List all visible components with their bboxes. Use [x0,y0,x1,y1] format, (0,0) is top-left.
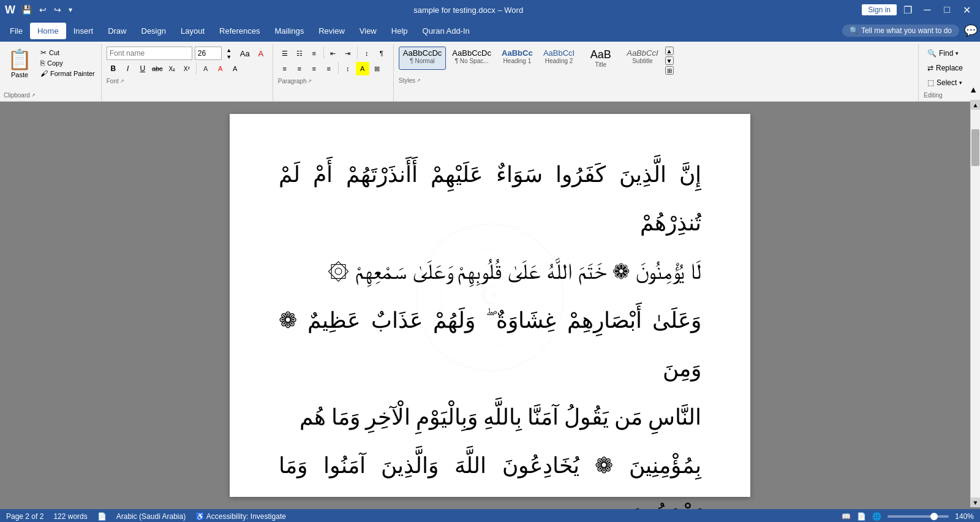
word-count: 122 words [53,512,87,521]
change-case-button[interactable]: Aa [238,47,252,60]
vertical-scrollbar[interactable]: ▲ ▼ [970,100,980,507]
zoom-thumb[interactable] [930,513,938,520]
align-center-button[interactable]: ≡ [293,62,306,75]
shading-button[interactable]: A [356,62,369,75]
quick-access-dropdown[interactable]: ▾ [66,4,75,15]
style-subtitle[interactable]: AaBbCcI Subtitle [622,47,662,70]
style-heading1[interactable]: AaBbCc Heading 1 [497,47,537,70]
decrease-indent-button[interactable]: ⇤ [326,47,340,60]
font-name-input[interactable] [107,47,192,60]
menu-insert[interactable]: Insert [66,23,101,39]
scroll-down-button[interactable]: ▼ [971,497,981,507]
paragraph-expand-icon[interactable]: ↗ [307,78,312,84]
line-spacing-button[interactable]: ↕ [341,62,355,75]
increase-indent-button[interactable]: ⇥ [341,47,355,60]
styles-gallery-expand-button[interactable]: ⊞ [665,66,674,75]
document-area: ☪ إِنَّ الَّذِينَ كَفَرُوا سَوَاءٌ عَلَي… [0,102,980,509]
font-group: 26 ▲ ▼ Aa A B I U abc X₂ X² A A A [102,44,273,101]
multilevel-list-button[interactable]: ≡ [307,47,321,60]
menu-file[interactable]: File [2,23,30,39]
menu-right-area: 🔍 Tell me what you want to do 💬 [842,24,978,37]
style-title[interactable]: AaB Title [581,47,620,70]
cut-button[interactable]: ✂ Cut [38,48,97,58]
zoom-slider[interactable] [888,515,949,518]
find-button[interactable]: 🔍 Find ▾ [924,47,975,60]
minimize-button[interactable]: ─ [919,1,936,18]
show-marks-button[interactable]: ¶ [375,47,388,60]
font-group-label: Font ↗ [107,78,268,85]
redo-icon[interactable]: ↪ [51,4,64,16]
menu-review[interactable]: Review [311,23,352,39]
menu-design[interactable]: Design [134,23,173,39]
superscript-button[interactable]: X² [180,62,194,75]
save-icon[interactable]: 💾 [19,4,34,16]
strikethrough-button[interactable]: abc [151,62,164,75]
restore-button[interactable]: ❐ [899,1,916,18]
styles-expand-icon[interactable]: ↗ [417,78,421,83]
view-read-button[interactable]: 📖 [842,512,851,521]
replace-button[interactable]: ⇄ Replace [924,61,975,75]
scroll-handle[interactable] [971,129,979,166]
menu-references[interactable]: References [212,23,267,39]
clipboard-expand-icon[interactable]: ↗ [31,93,36,98]
paste-button[interactable]: 📋 Paste [4,47,36,80]
comments-icon[interactable]: 💬 [964,24,978,37]
text-highlight-button[interactable]: A [199,62,213,75]
maximize-button[interactable]: □ [938,1,956,18]
styles-scroll-up-button[interactable]: ▲ [665,47,674,55]
style-heading2[interactable]: AaBbCcI Heading 2 [539,47,579,70]
paste-icon: 📋 [7,48,32,71]
style-normal[interactable]: AaBbCcDc ¶ Normal [399,47,447,70]
scroll-track[interactable] [971,110,980,497]
style-no-spacing[interactable]: AaBbCcDc ¶ No Spac... [448,47,496,70]
font-size-decrease-button[interactable]: ▼ [222,53,236,60]
quran-text-content: إِنَّ الَّذِينَ كَفَرُوا سَوَاءٌ عَلَيْه… [279,151,701,509]
accessibility-status[interactable]: ♿ Accessibility: Investigate [195,512,286,521]
styles-group: AaBbCcDc ¶ Normal AaBbCcDc ¶ No Spac... … [394,44,919,101]
view-web-button[interactable]: 🌐 [872,512,881,521]
align-right-button[interactable]: ≡ [307,62,321,75]
align-left-button[interactable]: ≡ [278,62,292,75]
format-painter-button[interactable]: 🖌 Format Painter [38,69,97,78]
title-bar-right: Sign in ❐ ─ □ ✕ [862,1,975,18]
sort-button[interactable]: ↕ [360,47,374,60]
numbering-button[interactable]: ☷ [293,47,306,60]
menu-home[interactable]: Home [30,23,66,39]
proofing-icon: 📄 [97,512,107,521]
bold-button[interactable]: B [107,62,120,75]
font-color-button[interactable]: A [214,62,227,75]
borders-button[interactable]: ⊞ [371,62,384,75]
italic-button[interactable]: I [121,62,135,75]
styles-scroll-down-button[interactable]: ▼ [665,56,674,65]
language-indicator[interactable]: Arabic (Saudi Arabia) [116,512,186,521]
font-expand-icon[interactable]: ↗ [120,78,124,84]
verse-line-3: وَعَلَىٰ أَبْصَارِهِمْ غِشَاوَةٌ ۖ وَلَه… [279,297,701,393]
styles-group-label: Styles ↗ [399,77,913,84]
quick-access-toolbar: 💾 ↩ ↪ ▾ [19,4,75,16]
tell-me-field[interactable]: 🔍 Tell me what you want to do [842,25,959,37]
menu-draw[interactable]: Draw [100,23,134,39]
bullets-button[interactable]: ☰ [278,47,292,60]
undo-icon[interactable]: ↩ [37,4,49,16]
font-size-input[interactable]: 26 [195,47,222,60]
sign-in-button[interactable]: Sign in [862,4,897,15]
view-print-button[interactable]: 📄 [857,512,866,521]
copy-button[interactable]: ⎘ Copy [38,58,97,68]
styles-scroll-buttons: ▲ ▼ ⊞ [665,47,674,75]
font-effects-button[interactable]: A [228,62,242,75]
subscript-button[interactable]: X₂ [165,62,179,75]
menu-help[interactable]: Help [384,23,415,39]
select-icon: ⬚ [927,78,934,87]
scroll-up-button[interactable]: ▲ [971,100,981,110]
menu-quran-addin[interactable]: Quran Add-In [415,23,477,39]
menu-mailings[interactable]: Mailings [268,23,312,39]
underline-button[interactable]: U [136,62,149,75]
menu-view[interactable]: View [352,23,384,39]
ribbon-collapse-button[interactable]: ▲ [967,83,980,96]
menu-layout[interactable]: Layout [173,23,212,39]
close-button[interactable]: ✕ [958,1,975,18]
font-size-increase-button[interactable]: ▲ [222,47,236,53]
clear-formatting-button[interactable]: A [254,47,268,60]
zoom-level[interactable]: 140% [955,512,974,521]
justify-button[interactable]: ≡ [322,62,336,75]
